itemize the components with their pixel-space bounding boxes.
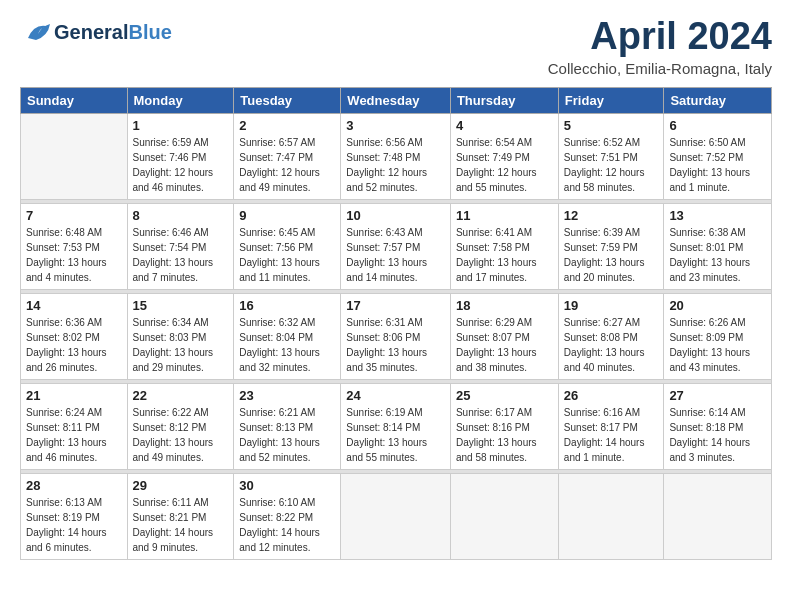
day-info: Sunrise: 6:24 AMSunset: 8:11 PMDaylight:… xyxy=(26,405,122,465)
day-info: Sunrise: 6:52 AMSunset: 7:51 PMDaylight:… xyxy=(564,135,659,195)
day-info: Sunrise: 6:14 AMSunset: 8:18 PMDaylight:… xyxy=(669,405,766,465)
table-row: 18 Sunrise: 6:29 AMSunset: 8:07 PMDaylig… xyxy=(450,293,558,379)
table-row: 24 Sunrise: 6:19 AMSunset: 8:14 PMDaylig… xyxy=(341,383,451,469)
page: GeneralBlue April 2024 Collecchio, Emili… xyxy=(0,0,792,570)
table-row: 22 Sunrise: 6:22 AMSunset: 8:12 PMDaylig… xyxy=(127,383,234,469)
table-row xyxy=(664,473,772,559)
table-row: 5 Sunrise: 6:52 AMSunset: 7:51 PMDayligh… xyxy=(558,113,664,199)
day-number: 16 xyxy=(239,298,335,313)
col-wednesday: Wednesday xyxy=(341,87,451,113)
table-row xyxy=(558,473,664,559)
day-info: Sunrise: 6:54 AMSunset: 7:49 PMDaylight:… xyxy=(456,135,553,195)
day-info: Sunrise: 6:13 AMSunset: 8:19 PMDaylight:… xyxy=(26,495,122,555)
day-info: Sunrise: 6:17 AMSunset: 8:16 PMDaylight:… xyxy=(456,405,553,465)
day-number: 11 xyxy=(456,208,553,223)
day-number: 7 xyxy=(26,208,122,223)
table-row: 27 Sunrise: 6:14 AMSunset: 8:18 PMDaylig… xyxy=(664,383,772,469)
header: GeneralBlue April 2024 Collecchio, Emili… xyxy=(20,16,772,77)
col-tuesday: Tuesday xyxy=(234,87,341,113)
day-number: 19 xyxy=(564,298,659,313)
table-row: 20 Sunrise: 6:26 AMSunset: 8:09 PMDaylig… xyxy=(664,293,772,379)
day-number: 4 xyxy=(456,118,553,133)
logo-icon xyxy=(20,16,52,48)
day-info: Sunrise: 6:39 AMSunset: 7:59 PMDaylight:… xyxy=(564,225,659,285)
day-info: Sunrise: 6:57 AMSunset: 7:47 PMDaylight:… xyxy=(239,135,335,195)
day-number: 9 xyxy=(239,208,335,223)
day-number: 26 xyxy=(564,388,659,403)
day-number: 1 xyxy=(133,118,229,133)
table-row: 25 Sunrise: 6:17 AMSunset: 8:16 PMDaylig… xyxy=(450,383,558,469)
day-number: 3 xyxy=(346,118,445,133)
day-info: Sunrise: 6:46 AMSunset: 7:54 PMDaylight:… xyxy=(133,225,229,285)
logo-blue-text: Blue xyxy=(128,21,171,43)
table-row: 14 Sunrise: 6:36 AMSunset: 8:02 PMDaylig… xyxy=(21,293,128,379)
table-row: 29 Sunrise: 6:11 AMSunset: 8:21 PMDaylig… xyxy=(127,473,234,559)
table-row: 3 Sunrise: 6:56 AMSunset: 7:48 PMDayligh… xyxy=(341,113,451,199)
day-info: Sunrise: 6:31 AMSunset: 8:06 PMDaylight:… xyxy=(346,315,445,375)
day-number: 21 xyxy=(26,388,122,403)
table-row: 6 Sunrise: 6:50 AMSunset: 7:52 PMDayligh… xyxy=(664,113,772,199)
table-row: 8 Sunrise: 6:46 AMSunset: 7:54 PMDayligh… xyxy=(127,203,234,289)
day-info: Sunrise: 6:38 AMSunset: 8:01 PMDaylight:… xyxy=(669,225,766,285)
table-row: 9 Sunrise: 6:45 AMSunset: 7:56 PMDayligh… xyxy=(234,203,341,289)
day-info: Sunrise: 6:21 AMSunset: 8:13 PMDaylight:… xyxy=(239,405,335,465)
day-info: Sunrise: 6:56 AMSunset: 7:48 PMDaylight:… xyxy=(346,135,445,195)
day-info: Sunrise: 6:11 AMSunset: 8:21 PMDaylight:… xyxy=(133,495,229,555)
col-thursday: Thursday xyxy=(450,87,558,113)
day-number: 5 xyxy=(564,118,659,133)
day-info: Sunrise: 6:48 AMSunset: 7:53 PMDaylight:… xyxy=(26,225,122,285)
day-number: 12 xyxy=(564,208,659,223)
day-info: Sunrise: 6:19 AMSunset: 8:14 PMDaylight:… xyxy=(346,405,445,465)
calendar-table: Sunday Monday Tuesday Wednesday Thursday… xyxy=(20,87,772,560)
day-number: 25 xyxy=(456,388,553,403)
day-info: Sunrise: 6:27 AMSunset: 8:08 PMDaylight:… xyxy=(564,315,659,375)
table-row: 19 Sunrise: 6:27 AMSunset: 8:08 PMDaylig… xyxy=(558,293,664,379)
table-row xyxy=(341,473,451,559)
table-row: 11 Sunrise: 6:41 AMSunset: 7:58 PMDaylig… xyxy=(450,203,558,289)
col-sunday: Sunday xyxy=(21,87,128,113)
table-row: 23 Sunrise: 6:21 AMSunset: 8:13 PMDaylig… xyxy=(234,383,341,469)
day-info: Sunrise: 6:36 AMSunset: 8:02 PMDaylight:… xyxy=(26,315,122,375)
day-info: Sunrise: 6:16 AMSunset: 8:17 PMDaylight:… xyxy=(564,405,659,465)
table-row: 12 Sunrise: 6:39 AMSunset: 7:59 PMDaylig… xyxy=(558,203,664,289)
table-row: 16 Sunrise: 6:32 AMSunset: 8:04 PMDaylig… xyxy=(234,293,341,379)
logo: GeneralBlue xyxy=(20,16,172,48)
header-row: Sunday Monday Tuesday Wednesday Thursday… xyxy=(21,87,772,113)
day-number: 17 xyxy=(346,298,445,313)
day-info: Sunrise: 6:26 AMSunset: 8:09 PMDaylight:… xyxy=(669,315,766,375)
table-row: 4 Sunrise: 6:54 AMSunset: 7:49 PMDayligh… xyxy=(450,113,558,199)
table-row: 13 Sunrise: 6:38 AMSunset: 8:01 PMDaylig… xyxy=(664,203,772,289)
table-row: 15 Sunrise: 6:34 AMSunset: 8:03 PMDaylig… xyxy=(127,293,234,379)
day-info: Sunrise: 6:50 AMSunset: 7:52 PMDaylight:… xyxy=(669,135,766,195)
day-info: Sunrise: 6:32 AMSunset: 8:04 PMDaylight:… xyxy=(239,315,335,375)
table-row: 30 Sunrise: 6:10 AMSunset: 8:22 PMDaylig… xyxy=(234,473,341,559)
col-saturday: Saturday xyxy=(664,87,772,113)
day-number: 29 xyxy=(133,478,229,493)
table-row: 10 Sunrise: 6:43 AMSunset: 7:57 PMDaylig… xyxy=(341,203,451,289)
day-number: 20 xyxy=(669,298,766,313)
col-monday: Monday xyxy=(127,87,234,113)
day-number: 10 xyxy=(346,208,445,223)
table-row: 1 Sunrise: 6:59 AMSunset: 7:46 PMDayligh… xyxy=(127,113,234,199)
table-row: 26 Sunrise: 6:16 AMSunset: 8:17 PMDaylig… xyxy=(558,383,664,469)
day-number: 18 xyxy=(456,298,553,313)
day-info: Sunrise: 6:29 AMSunset: 8:07 PMDaylight:… xyxy=(456,315,553,375)
day-info: Sunrise: 6:22 AMSunset: 8:12 PMDaylight:… xyxy=(133,405,229,465)
day-info: Sunrise: 6:41 AMSunset: 7:58 PMDaylight:… xyxy=(456,225,553,285)
calendar-title: April 2024 xyxy=(548,16,772,58)
day-number: 14 xyxy=(26,298,122,313)
table-row: 7 Sunrise: 6:48 AMSunset: 7:53 PMDayligh… xyxy=(21,203,128,289)
day-number: 2 xyxy=(239,118,335,133)
logo-general-text: General xyxy=(54,21,128,43)
day-number: 28 xyxy=(26,478,122,493)
day-number: 23 xyxy=(239,388,335,403)
day-info: Sunrise: 6:45 AMSunset: 7:56 PMDaylight:… xyxy=(239,225,335,285)
day-info: Sunrise: 6:34 AMSunset: 8:03 PMDaylight:… xyxy=(133,315,229,375)
table-row: 17 Sunrise: 6:31 AMSunset: 8:06 PMDaylig… xyxy=(341,293,451,379)
day-number: 30 xyxy=(239,478,335,493)
table-row: 21 Sunrise: 6:24 AMSunset: 8:11 PMDaylig… xyxy=(21,383,128,469)
day-number: 15 xyxy=(133,298,229,313)
day-info: Sunrise: 6:43 AMSunset: 7:57 PMDaylight:… xyxy=(346,225,445,285)
day-info: Sunrise: 6:10 AMSunset: 8:22 PMDaylight:… xyxy=(239,495,335,555)
day-number: 8 xyxy=(133,208,229,223)
